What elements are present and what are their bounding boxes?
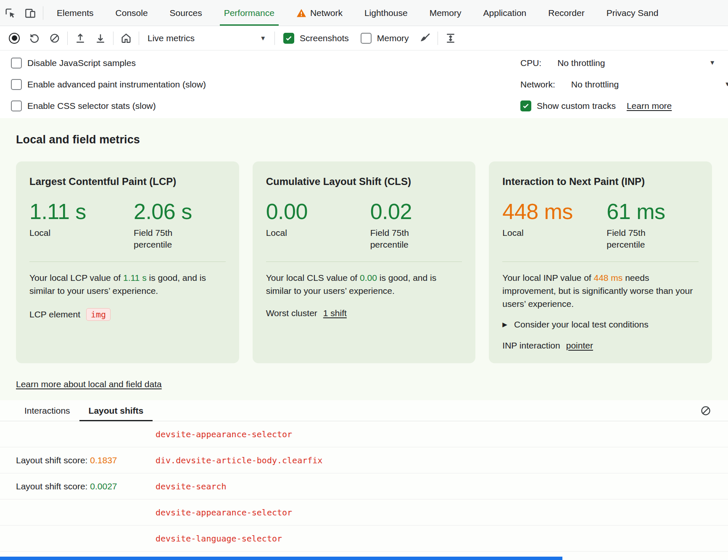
lcp-element-row: LCP element img: [29, 308, 226, 321]
tab-label: Lighthouse: [364, 8, 408, 18]
score-label: Layout shift score:: [16, 481, 90, 491]
metrics-heading: Local and field metrics: [16, 133, 728, 146]
load-profile-button[interactable]: [70, 28, 90, 48]
element-node-link[interactable]: devsite-appearance-selector: [156, 507, 292, 518]
cpu-throttling-select[interactable]: CPU: No throttling ▼: [520, 52, 728, 74]
history-select[interactable]: Live metrics ▼: [142, 29, 272, 48]
card-values: 448 ms Local 61 ms Field 75th percentile: [502, 200, 699, 251]
upload-icon: [74, 32, 87, 45]
field-label: Field 75th percentile: [607, 227, 663, 251]
lcp-element-node-link[interactable]: img: [86, 308, 111, 321]
learn-more-local-field-link[interactable]: Learn more about local and field data: [16, 379, 162, 389]
field-label: Field 75th percentile: [370, 227, 427, 251]
worst-cluster-label: Worst cluster: [266, 308, 317, 318]
chevron-down-icon: ▼: [260, 34, 266, 42]
show-custom-tracks-checkbox[interactable]: Show custom tracks: [520, 95, 622, 116]
checkbox-icon: [11, 100, 22, 111]
tab-sources[interactable]: Sources: [159, 0, 213, 26]
inspect-element-icon[interactable]: [0, 3, 20, 23]
tab-console[interactable]: Console: [105, 0, 159, 26]
divider: [113, 32, 113, 45]
block-icon: [700, 405, 712, 417]
network-throttling-select[interactable]: Network: No throttling ▼: [520, 74, 728, 95]
checkbox-icon: [11, 58, 22, 69]
tab-lighthouse[interactable]: Lighthouse: [353, 0, 419, 26]
tab-layout-shifts[interactable]: Layout shifts: [79, 400, 153, 421]
layout-shift-row: devsite-appearance-selector: [0, 499, 728, 526]
disclosure-triangle-icon: ▶: [502, 321, 507, 328]
checkbox-label: Show custom tracks: [537, 101, 616, 111]
logs-section: Interactions Layout shifts devsite-appea…: [0, 400, 728, 560]
custom-tracks-learn-more-link[interactable]: Learn more: [627, 101, 672, 111]
save-profile-button[interactable]: [90, 28, 111, 48]
tab-recorder[interactable]: Recorder: [537, 0, 595, 26]
cls-description: Your local CLS value of 0.00 is good, an…: [266, 271, 462, 297]
fit-view-button[interactable]: [440, 28, 461, 48]
tab-application[interactable]: Application: [472, 0, 538, 26]
worst-cluster-link[interactable]: 1 shift: [323, 308, 347, 318]
tab-label: Sources: [170, 8, 202, 18]
divider: [139, 32, 139, 45]
record-button[interactable]: [4, 28, 24, 48]
network-value: No throttling: [571, 79, 619, 90]
reload-and-record-button[interactable]: [24, 28, 45, 48]
card-values: 1.11 s Local 2.06 s Field 75th percentil…: [29, 200, 226, 251]
performance-toolbar: Live metrics ▼ Screenshots Memory: [0, 26, 728, 50]
layout-shift-row: devsite-language-selector: [0, 526, 728, 552]
layout-shift-score: Layout shift score: 0.0027: [16, 481, 156, 491]
metric-card-inp: Interaction to Next Paint (INP) 448 ms L…: [489, 161, 712, 363]
tab-performance[interactable]: Performance: [213, 0, 285, 26]
score-value: 0.0027: [90, 481, 117, 491]
clear-log-button[interactable]: [699, 404, 713, 418]
network-label: Network:: [520, 79, 555, 90]
history-select-value: Live metrics: [148, 33, 195, 43]
card-title-cls: Cumulative Layout Shift (CLS): [266, 176, 462, 188]
element-node-link[interactable]: div.devsite-article-body.clearfix: [156, 455, 322, 465]
inp-interaction-row: INP interaction pointer: [502, 341, 699, 351]
tab-privacy-sandbox[interactable]: Privacy Sand: [596, 0, 670, 26]
inp-description: Your local INP value of 448 ms needs imp…: [502, 271, 699, 310]
capture-settings-right: CPU: No throttling ▼ Network: No throttl…: [520, 52, 728, 116]
record-icon: [9, 33, 20, 44]
device-toolbar-icon[interactable]: [20, 3, 40, 23]
collect-garbage-button[interactable]: [415, 28, 435, 48]
checkbox-label: Enable advanced paint instrumentation (s…: [27, 79, 206, 90]
inp-local-value: 448 ms: [502, 200, 607, 223]
cpu-value: No throttling: [557, 58, 605, 68]
local-label: Local: [266, 227, 370, 239]
inp-interaction-link[interactable]: pointer: [566, 341, 593, 351]
tab-memory[interactable]: Memory: [419, 0, 472, 26]
live-metrics-home-button[interactable]: [116, 28, 136, 48]
capture-settings: Disable JavaScript samples Enable advanc…: [0, 50, 728, 119]
cls-field-value: 0.02: [370, 200, 427, 223]
local-test-conditions-disclosure[interactable]: ▶ Consider your local test conditions: [502, 320, 699, 330]
element-node-link[interactable]: devsite-appearance-selector: [156, 429, 292, 439]
screenshots-checkbox[interactable]: Screenshots: [277, 33, 355, 44]
screenshots-label: Screenshots: [300, 33, 349, 43]
disclosure-label: Consider your local test conditions: [514, 320, 649, 330]
checkbox-label: Enable CSS selector stats (slow): [27, 101, 156, 111]
lcp-description: Your local LCP value of 1.11 s is good, …: [29, 271, 226, 297]
field-label: Field 75th percentile: [134, 227, 190, 251]
divider: [67, 32, 68, 45]
tab-label: Application: [483, 8, 527, 18]
tab-label: Console: [116, 8, 148, 18]
layout-shift-score: Layout shift score: 0.1837: [16, 455, 156, 465]
lcp-element-label: LCP element: [29, 309, 80, 320]
memory-checkbox[interactable]: Memory: [355, 33, 415, 44]
clear-button[interactable]: [45, 28, 65, 48]
tab-label: Performance: [224, 8, 274, 18]
element-node-link[interactable]: devsite-search: [156, 481, 227, 491]
logs-tab-bar: Interactions Layout shifts: [0, 400, 728, 421]
custom-tracks-row: Show custom tracks Learn more: [520, 95, 728, 116]
tab-network[interactable]: Network: [285, 0, 353, 26]
tab-interactions[interactable]: Interactions: [15, 400, 79, 421]
element-node-link[interactable]: devsite-language-selector: [156, 534, 282, 544]
inp-field-value: 61 ms: [607, 200, 665, 223]
checkbox-label: Disable JavaScript samples: [27, 58, 136, 68]
cls-local-value: 0.00: [266, 200, 370, 223]
bottom-scrollbar[interactable]: [0, 557, 562, 560]
tab-elements[interactable]: Elements: [46, 0, 105, 26]
layout-shift-row: Layout shift score: 0.1837 div.devsite-a…: [0, 447, 728, 473]
home-icon: [120, 32, 132, 45]
